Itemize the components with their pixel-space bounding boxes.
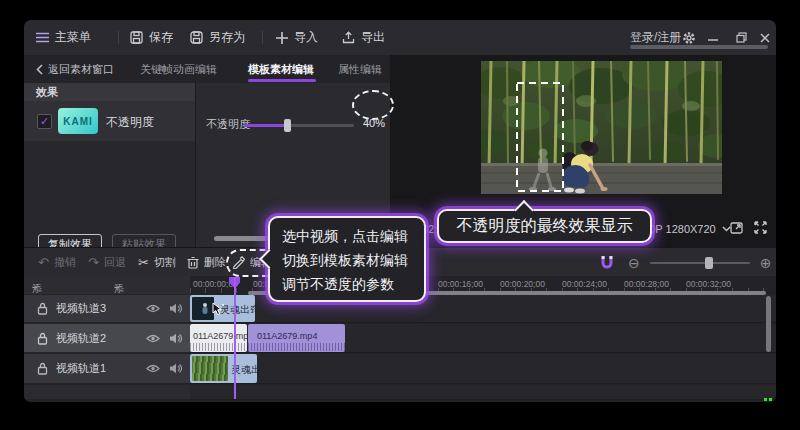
export-button[interactable]: 导出 [342,20,385,55]
lock-icon[interactable] [37,302,48,315]
effect-checkbox[interactable]: ✓ [37,114,52,129]
speaker-icon[interactable] [169,303,182,314]
clip-thumbnail [192,297,214,320]
speaker-icon[interactable] [169,363,182,374]
highlight-ellipse-opacity-value [352,90,394,120]
effect-label: 不透明度 [106,114,154,131]
scissors-icon: ✂ [138,256,149,269]
track-header-video2[interactable]: 视频轨道2 [24,324,190,352]
app-window: 主菜单 保存 另存为 导入 [24,20,776,402]
clip-track1[interactable]: 灵魂出窍 [190,354,257,383]
zoom-slider-handle[interactable] [705,257,713,269]
save-icon [130,31,143,44]
minimize-button[interactable] [702,20,724,55]
titlebar-separator [262,31,263,44]
export-label: 导出 [361,29,385,46]
track-header-empty [24,385,190,399]
settings-button[interactable] [678,20,700,55]
snapshot-icon[interactable] [730,221,744,234]
screen: 主菜单 保存 另存为 导入 [0,0,800,430]
audio-waveform [248,343,345,351]
annotation-edit-tip: 选中视频，点击编辑 切换到模板素材编辑 调节不透度的参数 [268,216,426,302]
timeline-zoom-controls: ⊖ ⊕ [600,248,771,277]
eye-icon[interactable] [146,334,160,343]
back-chevron-icon [36,64,43,75]
track-lane-empty [190,385,776,400]
annotation-preview-tip: 不透明度的最终效果显示 [437,209,652,243]
close-button[interactable] [754,20,776,55]
back-label: 返回素材窗口 [48,62,114,77]
redo-icon: ↷ [88,256,99,269]
effects-panel: 效果 ✓ KAMI 不透明度 复制效果 粘贴效果 [24,83,195,247]
magnet-icon[interactable] [600,255,614,270]
video-preview[interactable] [481,61,722,194]
main-menu-label: 主菜单 [55,29,91,46]
fullscreen-icon[interactable] [754,221,767,234]
hamburger-icon [36,32,49,43]
clip-track2-selected[interactable]: 011A2679.mp4 [190,324,247,352]
track-lane-video1: 灵魂出窍 [190,354,776,384]
close-icon [760,33,770,43]
minimize-icon [708,33,718,43]
tab-keyframe-animation[interactable]: 关键帧动画编辑 [140,55,217,83]
import-label: 导入 [294,29,318,46]
effect-list-item[interactable]: ✓ KAMI 不透明度 [24,101,195,141]
annotation-line: 切换到模板素材编辑 [282,248,412,272]
opacity-slider-handle[interactable] [284,119,291,132]
lock-icon[interactable] [37,332,48,345]
mouse-cursor-icon [212,303,225,317]
resize-indicator-dot [769,398,772,401]
delete-button[interactable]: 删除 [187,248,226,277]
titlebar: 主菜单 保存 另存为 导入 [24,20,776,56]
restore-icon [736,32,747,43]
effects-header: 效果 [24,83,195,101]
playhead[interactable] [234,277,236,399]
gear-icon [682,31,696,45]
back-to-media-button[interactable]: 返回素材窗口 [36,55,114,83]
cut-button[interactable]: ✂ 切割 [138,248,176,277]
login-label: 登录/注册 [630,29,681,46]
save-as-button[interactable]: 另存为 [190,20,245,55]
effect-thumbnail: KAMI [58,108,98,134]
scrollbar-horizontal[interactable] [630,45,768,49]
redo-button[interactable]: ↷ 回退 [88,248,126,277]
save-label: 保存 [149,29,173,46]
add-track-row: + 添加视频轨道 + 添加音频轨道 [24,276,190,294]
zoom-out-icon[interactable]: ⊖ [628,255,640,271]
eye-icon[interactable] [146,304,160,313]
track-header-video1[interactable]: 视频轨道1 [24,354,190,383]
annotation-line: 选中视频，点击编辑 [282,224,412,248]
save-button[interactable]: 保存 [130,20,173,55]
undo-button[interactable]: ↶ 撤销 [38,248,76,277]
import-button[interactable]: 导入 [276,20,318,55]
tab-property-edit[interactable]: 属性编辑 [338,55,382,83]
resize-indicator-dot [764,398,767,401]
login-link[interactable]: 登录/注册 [630,20,681,55]
timeline-scrollbar-vertical[interactable] [766,296,771,352]
trash-icon [187,256,199,269]
timeline-zoom-slider[interactable] [650,262,750,264]
audio-waveform [190,343,247,351]
opacity-slider[interactable] [244,124,354,127]
editor-tabs: 返回素材窗口 关键帧动画编辑 模板素材编辑 属性编辑 [24,55,390,83]
export-icon [342,31,355,44]
save-as-icon [190,31,203,44]
track-header-video3[interactable]: 视频轨道3 [24,295,190,322]
annotation-text: 不透明度的最终效果显示 [439,211,650,241]
opacity-slider-fill [244,124,288,127]
track-lane-video2: 011A2679.mp4 011A2679.mp4 [190,324,776,353]
clip-thumbnail [192,356,228,381]
save-as-label: 另存为 [209,29,245,46]
zoom-in-icon[interactable]: ⊕ [760,255,772,271]
plus-icon [276,32,288,44]
restore-button[interactable] [730,20,752,55]
undo-icon: ↶ [38,256,49,269]
annotation-line: 调节不透度的参数 [282,272,412,296]
speaker-icon[interactable] [169,333,182,344]
clip-track2[interactable]: 011A2679.mp4 [248,324,345,352]
active-tab-underline [248,79,316,82]
preview-frame-image [481,61,722,194]
eye-icon[interactable] [146,364,160,373]
main-menu-button[interactable]: 主菜单 [36,20,91,55]
lock-icon[interactable] [37,362,48,375]
